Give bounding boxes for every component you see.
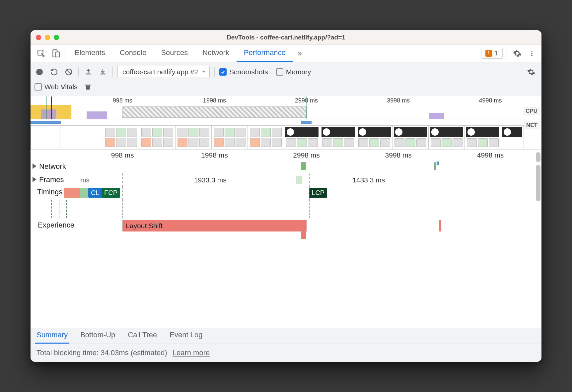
subtab-bottom-up[interactable]: Bottom-Up (79, 327, 116, 344)
overview-net-row: NET (31, 119, 541, 125)
filmstrip-frame[interactable] (356, 125, 393, 149)
svg-rect-7 (86, 74, 91, 75)
subtab-call-tree[interactable]: Call Tree (126, 327, 158, 344)
inspect-element-icon[interactable] (34, 47, 48, 60)
flame-ruler: 998 ms 1998 ms 2998 ms 3998 ms 4998 ms (31, 150, 541, 160)
more-tabs-button[interactable]: » (293, 49, 307, 58)
svg-point-3 (531, 50, 533, 52)
zoom-window-button[interactable] (54, 35, 59, 40)
filmstrip-frame[interactable] (139, 125, 176, 149)
tab-sources[interactable]: Sources (154, 45, 195, 62)
timing-cls-badge[interactable]: CL (88, 188, 102, 198)
track-frames[interactable]: Frames ms 1933.3 ms 1433.3 ms (31, 173, 541, 187)
overview-cpu-row: CPU ➘ (31, 105, 541, 119)
capture-settings-gear-icon[interactable] (525, 66, 537, 78)
tab-elements[interactable]: Elements (67, 45, 112, 62)
flamechart-panel[interactable]: 998 ms 1998 ms 2998 ms 3998 ms 4998 ms N… (31, 150, 541, 328)
checkbox-on-icon (219, 68, 227, 76)
flame-scrollbar[interactable] (536, 152, 540, 326)
timing-lcp-badge[interactable]: LCP (309, 188, 327, 198)
timing-fcp-badge[interactable]: FCP (102, 188, 120, 198)
expand-icon[interactable] (33, 177, 36, 182)
recording-select[interactable]: coffee-cart.netlify.app #2 (117, 66, 210, 78)
web-vitals-checkbox[interactable]: Web Vitals (35, 83, 78, 91)
reload-record-button[interactable] (49, 67, 59, 77)
chevron-down-icon (201, 70, 206, 74)
clear-button[interactable] (64, 67, 74, 77)
filmstrip-frame[interactable] (428, 125, 465, 149)
filmstrip-frame[interactable] (501, 125, 524, 149)
recording-select-value: coffee-cart.netlify.app #2 (122, 68, 198, 76)
filmstrip-frame[interactable] (320, 125, 356, 149)
kebab-menu-icon[interactable] (526, 47, 538, 60)
device-toolbar-icon[interactable] (48, 47, 63, 60)
filmstrip-frame[interactable] (465, 125, 501, 149)
delete-recording-button[interactable] (83, 82, 93, 92)
close-window-button[interactable] (36, 35, 41, 40)
summary-status: Total blocking time: 34.03ms (estimated)… (31, 344, 541, 362)
screenshots-checkbox[interactable]: Screenshots (219, 68, 268, 76)
expand-icon[interactable] (33, 163, 36, 169)
subtab-event-log[interactable]: Event Log (168, 327, 204, 344)
learn-more-link[interactable]: Learn more (173, 349, 210, 357)
filmstrip-frame[interactable] (31, 125, 60, 149)
issues-counter[interactable]: 1 (481, 48, 503, 59)
track-timings[interactable]: Timings CL FCP LCP (31, 187, 541, 200)
titlebar: DevTools - coffee-cart.netlify.app/?ad=1 (31, 30, 541, 45)
track-timings-spacer (31, 200, 541, 218)
checkbox-off-icon (276, 68, 283, 76)
filmstrip-frame[interactable] (103, 125, 139, 149)
filmstrip-frame[interactable] (60, 125, 103, 149)
track-experience[interactable]: Experience Layout Shift (31, 218, 541, 233)
filmstrip[interactable] (31, 125, 541, 149)
filmstrip-frame[interactable] (211, 125, 248, 149)
overview-ruler: 998 ms 1998 ms 2998 ms 3998 ms 4998 ms (31, 96, 541, 105)
subtab-summary[interactable]: Summary (35, 327, 69, 344)
filmstrip-frame[interactable] (175, 125, 212, 149)
svg-rect-8 (101, 74, 106, 75)
net-label: NET (524, 121, 539, 129)
cpu-label: CPU (524, 107, 539, 115)
save-profile-button[interactable] (98, 67, 108, 77)
tab-performance[interactable]: Performance (237, 45, 293, 62)
record-button[interactable] (35, 67, 44, 77)
window-controls (36, 35, 59, 40)
window-title: DevTools - coffee-cart.netlify.app/?ad=1 (31, 34, 541, 41)
performance-toolbar: coffee-cart.netlify.app #2 Screenshots M… (31, 62, 541, 96)
checkbox-off-icon (35, 83, 42, 91)
filmstrip-frame[interactable] (392, 125, 429, 149)
memory-checkbox[interactable]: Memory (276, 68, 311, 76)
minimize-window-button[interactable] (45, 35, 50, 40)
total-blocking-time-text: Total blocking time: 34.03ms (estimated) (36, 349, 167, 357)
tab-network[interactable]: Network (195, 45, 237, 62)
svg-point-4 (531, 53, 533, 54)
load-profile-button[interactable] (83, 67, 93, 77)
settings-gear-icon[interactable] (511, 47, 524, 60)
tab-console[interactable]: Console (112, 45, 154, 62)
filmstrip-frame[interactable] (248, 125, 284, 149)
devtools-window: DevTools - coffee-cart.netlify.app/?ad=1… (31, 30, 541, 362)
issues-count: 1 (495, 49, 498, 57)
devtools-tabs-bar: Elements Console Sources Network Perform… (31, 45, 541, 62)
details-subtabs: Summary Bottom-Up Call Tree Event Log (31, 328, 541, 344)
svg-point-5 (531, 55, 533, 56)
svg-rect-2 (56, 52, 59, 57)
track-experience-2 (31, 233, 541, 243)
track-network[interactable]: Network (31, 160, 541, 173)
warning-icon (485, 50, 492, 57)
panel-tabs: Elements Console Sources Network Perform… (67, 45, 307, 62)
timeline-overview[interactable]: 998 ms 1998 ms 2998 ms 3998 ms 4998 ms C… (31, 96, 541, 150)
layout-shift-bar[interactable]: Layout Shift (122, 220, 306, 231)
filmstrip-frame[interactable] (284, 125, 320, 149)
